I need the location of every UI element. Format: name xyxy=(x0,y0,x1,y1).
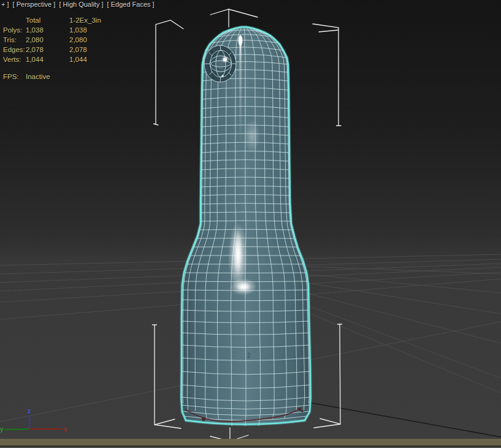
axis-y-line xyxy=(5,429,29,430)
stats-row-selection: 1,044 xyxy=(69,56,101,63)
stats-row-selection: 1,038 xyxy=(69,26,101,34)
viewport-menu-quality[interactable]: [ High Quality ] xyxy=(59,1,103,8)
status-bar-shadow xyxy=(0,446,501,447)
hang-hole-feature xyxy=(204,45,236,82)
stats-row-label: Tris: xyxy=(3,36,26,44)
fps-value: Inactive xyxy=(26,73,50,80)
stats-row-label: Verts: xyxy=(3,56,26,63)
stats-row-label: Edges: xyxy=(3,46,26,53)
viewport-menu-general[interactable]: + ] xyxy=(1,1,9,8)
stats-row-selection: 2,078 xyxy=(69,46,101,53)
stats-row-total: 2,078 xyxy=(26,46,69,53)
stats-row-total: 2,080 xyxy=(26,36,69,44)
stats-col-total: Total xyxy=(26,17,69,24)
viewport-label-menus: + ] [ Perspective ] [ High Quality ] [ E… xyxy=(1,0,156,9)
statistics-overlay: Total 1-2Ex_3in Polys: 1,038 1,038 Tris:… xyxy=(3,17,101,80)
stats-row-total: 1,044 xyxy=(26,56,69,63)
faint-artifact-mark: 2 xyxy=(247,352,251,359)
3dsmax-viewport-window: 2 x y z + ] [ Perspective ] [ High Quali… xyxy=(0,0,501,448)
axis-z-label: z xyxy=(28,408,31,414)
axis-x-label: x xyxy=(64,426,67,433)
viewport-menu-pov[interactable]: [ Perspective ] xyxy=(13,1,56,8)
axis-y-label: y xyxy=(0,426,4,433)
stats-row-label: Polys: xyxy=(3,26,26,34)
stats-row-total: 1,038 xyxy=(26,26,69,34)
stats-row-selection: 2,080 xyxy=(69,36,101,44)
fps-label: FPS: xyxy=(3,73,26,80)
viewport-menu-shading[interactable]: [ Edged Faces ] xyxy=(107,1,155,8)
status-bar xyxy=(0,439,501,446)
stats-col-selection: 1-2Ex_3in xyxy=(69,17,101,24)
